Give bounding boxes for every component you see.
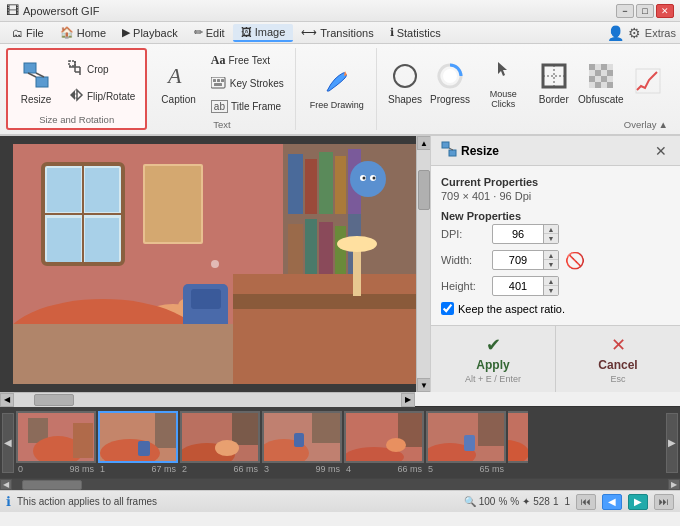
frame-2[interactable]: 2 66 ms bbox=[180, 411, 260, 475]
frame-first-button[interactable]: ⏮ bbox=[576, 494, 596, 510]
extra-overlay-button[interactable] bbox=[628, 64, 668, 103]
scroll-up-button[interactable]: ▲ bbox=[417, 136, 430, 150]
menu-edit[interactable]: ✏ Edit bbox=[186, 24, 233, 41]
width-up-button[interactable]: ▲ bbox=[544, 251, 558, 260]
frame-6[interactable]: 6 100 bbox=[508, 411, 528, 475]
filmstrip-scroll: ◀ ▶ bbox=[0, 478, 680, 490]
svg-text:A: A bbox=[166, 63, 182, 88]
minimize-button[interactable]: − bbox=[616, 4, 634, 18]
svg-rect-35 bbox=[589, 82, 595, 88]
progress-icon bbox=[437, 63, 463, 92]
dpi-up-button[interactable]: ▲ bbox=[544, 225, 558, 234]
scroll-down-button[interactable]: ▼ bbox=[417, 378, 430, 392]
svg-rect-52 bbox=[233, 274, 418, 384]
svg-rect-79 bbox=[145, 166, 201, 242]
frame-5[interactable]: 5 65 ms bbox=[426, 411, 506, 475]
fs-scroll-track bbox=[12, 479, 668, 490]
shapes-button[interactable]: Shapes bbox=[385, 59, 425, 109]
current-props-section: Current Properties 709 × 401 · 96 Dpi bbox=[441, 176, 670, 202]
size-rotation-label: Size and Rotation bbox=[13, 114, 140, 125]
menu-transitions[interactable]: ⟷ Transitions bbox=[293, 24, 381, 41]
caption-label: Caption bbox=[161, 94, 195, 105]
key-strokes-icon bbox=[211, 76, 227, 92]
flip-rotate-icon bbox=[68, 87, 84, 106]
frame-5-info: 5 65 ms bbox=[426, 463, 506, 475]
canvas-image bbox=[13, 144, 418, 384]
crop-flip-col: Crop Flip/Rotate bbox=[63, 57, 140, 109]
svg-rect-1 bbox=[36, 77, 48, 87]
resize-button[interactable]: Resize bbox=[13, 57, 59, 109]
menu-bar: 🗂 File 🏠 Home ▶ Playback ✏ Edit 🖼 Image … bbox=[0, 22, 680, 44]
svg-rect-97 bbox=[312, 413, 342, 443]
cancel-button[interactable]: ✕ Cancel Esc bbox=[556, 326, 680, 392]
dpi-input[interactable] bbox=[493, 226, 543, 242]
svg-rect-107 bbox=[464, 435, 475, 451]
lock-icon: 🚫 bbox=[565, 251, 585, 270]
width-input-group: ▲ ▼ bbox=[492, 250, 559, 270]
frame-last-button[interactable]: ⏭ bbox=[654, 494, 674, 510]
fs-scroll-right[interactable]: ▶ bbox=[668, 479, 680, 490]
h-scroll-left-button[interactable]: ◀ bbox=[0, 393, 14, 407]
filmstrip-next-button[interactable]: ▶ bbox=[666, 413, 678, 473]
svg-rect-37 bbox=[601, 82, 607, 88]
cancel-label: Cancel bbox=[598, 358, 637, 372]
frame-3[interactable]: 3 99 ms bbox=[262, 411, 342, 475]
svg-point-77 bbox=[372, 177, 375, 180]
frame-prev-button[interactable]: ◀ bbox=[602, 494, 622, 510]
menu-home[interactable]: 🏠 Home bbox=[52, 24, 114, 41]
scroll-thumb[interactable] bbox=[418, 170, 430, 210]
frame-0[interactable]: 0 98 ms bbox=[16, 411, 96, 475]
dimensions-icon: ✦ bbox=[522, 496, 530, 507]
frame-3-info: 3 99 ms bbox=[262, 463, 342, 475]
aspect-checkbox[interactable] bbox=[441, 302, 454, 315]
menu-statistics[interactable]: ℹ Statistics bbox=[382, 24, 449, 41]
maximize-button[interactable]: □ bbox=[636, 4, 654, 18]
free-drawing-button[interactable]: Free Drawing bbox=[304, 63, 370, 114]
free-text-button[interactable]: Aa Free Text bbox=[206, 50, 289, 71]
svg-rect-65 bbox=[47, 168, 81, 212]
height-input[interactable] bbox=[493, 278, 543, 294]
flip-rotate-button[interactable]: Flip/Rotate bbox=[63, 84, 140, 109]
menu-playback[interactable]: ▶ Playback bbox=[114, 24, 186, 41]
border-button[interactable]: Border bbox=[534, 59, 574, 109]
h-scroll-right-button[interactable]: ▶ bbox=[401, 393, 415, 407]
app-title: Apowersoft GIF bbox=[23, 5, 99, 17]
frame-4-thumb bbox=[344, 411, 424, 463]
overlay-header: Overlay ▲ bbox=[385, 119, 668, 130]
menu-image[interactable]: 🖼 Image bbox=[233, 24, 294, 42]
svg-line-2 bbox=[36, 73, 44, 77]
width-label: Width: bbox=[441, 254, 486, 266]
svg-rect-49 bbox=[319, 222, 333, 279]
crop-button[interactable]: Crop bbox=[63, 57, 140, 82]
fs-scroll-thumb[interactable] bbox=[22, 480, 82, 490]
collapse-icon[interactable]: ▲ bbox=[659, 119, 668, 130]
playback-icon: ▶ bbox=[122, 26, 130, 39]
progress-button[interactable]: Progress bbox=[427, 59, 473, 109]
title-frame-button[interactable]: ab Title Frame bbox=[206, 97, 289, 116]
menu-file[interactable]: 🗂 File bbox=[4, 25, 52, 41]
apply-button[interactable]: ✔ Apply Alt + E / Enter bbox=[431, 326, 556, 392]
filmstrip-prev-button[interactable]: ◀ bbox=[2, 413, 14, 473]
frame-1[interactable]: 1 67 ms bbox=[98, 411, 178, 475]
dpi-down-button[interactable]: ▼ bbox=[544, 234, 558, 243]
svg-rect-23 bbox=[589, 64, 595, 70]
caption-button[interactable]: A Caption bbox=[155, 57, 201, 109]
fs-scroll-left[interactable]: ◀ bbox=[0, 479, 12, 490]
width-down-button[interactable]: ▼ bbox=[544, 260, 558, 269]
key-strokes-button[interactable]: Key Strokes bbox=[206, 73, 289, 95]
main-area: ▲ ▼ Resize ✕ Curren bbox=[0, 136, 680, 392]
width-input[interactable] bbox=[493, 252, 543, 268]
obfuscate-button[interactable]: Obfuscate bbox=[576, 59, 626, 109]
frame-0-info: 0 98 ms bbox=[16, 463, 96, 475]
height-down-button[interactable]: ▼ bbox=[544, 286, 558, 295]
mouse-clicks-button[interactable]: Mouse Clicks bbox=[475, 54, 532, 113]
h-scroll-thumb[interactable] bbox=[34, 394, 74, 406]
frame-4[interactable]: 4 66 ms bbox=[344, 411, 424, 475]
close-button[interactable]: ✕ bbox=[656, 4, 674, 18]
svg-point-95 bbox=[215, 440, 239, 456]
frame-next-button[interactable]: ▶ bbox=[628, 494, 648, 510]
height-up-button[interactable]: ▲ bbox=[544, 277, 558, 286]
resize-panel-close[interactable]: ✕ bbox=[652, 142, 670, 160]
text-col: Aa Free Text bbox=[206, 50, 289, 116]
new-props-label: New Properties bbox=[441, 210, 670, 222]
